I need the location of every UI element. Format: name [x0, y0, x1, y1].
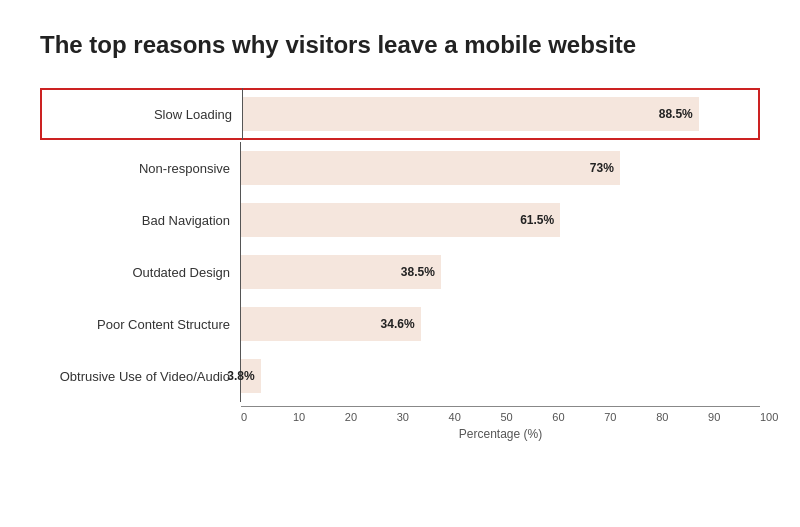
chart-title: The top reasons why visitors leave a mob…	[40, 30, 640, 60]
bar-value-4: 34.6%	[381, 317, 415, 331]
bar-row: Outdated Design38.5%	[40, 246, 760, 298]
bar-row: Bad Navigation61.5%	[40, 194, 760, 246]
bar-area-4: 34.6%	[241, 298, 760, 350]
x-axis-row: 0102030405060708090100 Percentage (%)	[40, 406, 760, 434]
bar-label-4: Poor Content Structure	[40, 317, 240, 332]
bar-row: Poor Content Structure34.6%	[40, 298, 760, 350]
bar-area-3: 38.5%	[241, 246, 760, 298]
bar-label-1: Non-responsive	[40, 161, 240, 176]
bar-fill-0: 88.5%	[243, 97, 699, 131]
bar-label-3: Outdated Design	[40, 265, 240, 280]
bar-label-5: Obtrusive Use of Video/Audio	[40, 369, 240, 384]
bar-value-3: 38.5%	[401, 265, 435, 279]
bar-fill-4: 34.6%	[241, 307, 421, 341]
bar-value-2: 61.5%	[520, 213, 554, 227]
bar-area-5: 3.8%	[241, 350, 760, 402]
bar-area-0: 88.5%	[243, 90, 758, 138]
bar-area-1: 73%	[241, 142, 760, 194]
chart-container: Slow Loading88.5%Non-responsive73%Bad Na…	[40, 88, 760, 434]
bar-value-0: 88.5%	[659, 107, 693, 121]
bar-area-2: 61.5%	[241, 194, 760, 246]
bar-value-1: 73%	[590, 161, 614, 175]
x-tick-labels: 0102030405060708090100	[241, 411, 760, 423]
bar-row: Non-responsive73%	[40, 142, 760, 194]
x-axis: 0102030405060708090100 Percentage (%)	[241, 406, 760, 434]
bar-row: Obtrusive Use of Video/Audio3.8%	[40, 350, 760, 402]
chart-body: Slow Loading88.5%Non-responsive73%Bad Na…	[40, 88, 760, 402]
bar-label-0: Slow Loading	[42, 107, 242, 122]
bar-value-5: 3.8%	[227, 369, 254, 383]
x-axis-title: Percentage (%)	[241, 427, 760, 441]
bar-fill-1: 73%	[241, 151, 620, 185]
bar-fill-3: 38.5%	[241, 255, 441, 289]
bar-fill-5: 3.8%	[241, 359, 261, 393]
bar-fill-2: 61.5%	[241, 203, 560, 237]
bar-label-2: Bad Navigation	[40, 213, 240, 228]
bar-row: Slow Loading88.5%	[40, 88, 760, 140]
